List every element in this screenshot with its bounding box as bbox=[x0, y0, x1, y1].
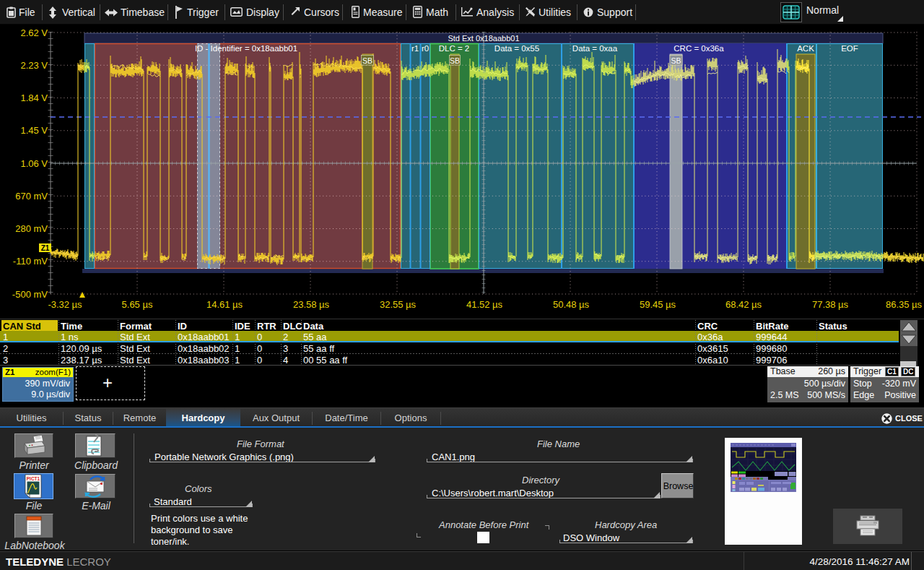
svg-text:PICT1: PICT1 bbox=[27, 476, 40, 481]
